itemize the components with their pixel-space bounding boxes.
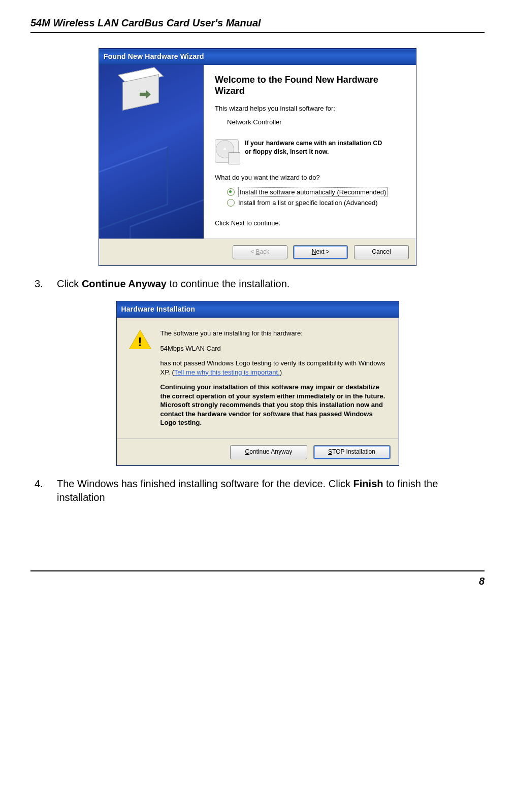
radio-install-automatically[interactable]: Install the software automatically (Reco… — [227, 187, 406, 197]
wizard-question: What do you want the wizard to do? — [215, 173, 406, 182]
wizard-footer: < Back Next > Cancel — [99, 239, 416, 265]
found-new-hardware-wizard-window: Found New Hardware Wizard Welcome to the… — [99, 48, 416, 266]
hardware-installation-dialog: Hardware Installation ! The software you… — [116, 301, 399, 466]
wizard-titlebar: Found New Hardware Wizard — [99, 49, 416, 65]
warning-triangle-icon: ! — [129, 330, 151, 350]
dialog-line1: The software you are installing for this… — [160, 329, 385, 338]
page-number: 8 — [30, 574, 485, 588]
wizard-device-name: Network Controller — [227, 118, 406, 127]
next-button[interactable]: Next > — [293, 245, 348, 259]
wizard-continue-line: Click Next to continue. — [215, 219, 406, 228]
install-box-icon — [122, 74, 168, 115]
step-3: 3. Click Continue Anyway to continue the… — [35, 277, 485, 291]
dialog-device: 54Mbps WLAN Card — [160, 344, 385, 353]
cd-instruction: If your hardware came with an installati… — [245, 139, 382, 156]
wizard-side-graphic — [99, 65, 204, 239]
step-number: 3. — [35, 277, 57, 291]
step-text: Click Continue Anyway to continue the in… — [57, 277, 485, 291]
tell-me-why-link[interactable]: Tell me why this testing is important. — [174, 368, 280, 376]
radio-icon — [227, 188, 235, 196]
continue-anyway-button[interactable]: Continue Anyway — [230, 445, 307, 459]
stop-installation-button[interactable]: STOP Installation — [313, 445, 391, 459]
doc-header: 54M Wireless LAN CardBus Card User's Man… — [30, 17, 485, 29]
dialog-compat: has not passed Windows Logo testing to v… — [160, 359, 385, 377]
wizard-main-panel: Welcome to the Found New Hardware Wizard… — [204, 65, 416, 239]
radio-icon — [227, 199, 235, 207]
dialog-text: The software you are installing for this… — [160, 329, 385, 433]
footer-rule — [30, 570, 485, 571]
radio-label-auto: Install the software automatically (Reco… — [238, 187, 388, 197]
cd-disk-icon — [215, 139, 239, 163]
radio-label-list: Install from a list or specific location… — [238, 198, 378, 208]
wizard-heading: Welcome to the Found New Hardware Wizard — [215, 74, 406, 97]
dialog-footer: Continue Anyway STOP Installation — [117, 438, 399, 465]
header-rule — [30, 32, 485, 33]
cancel-button[interactable]: Cancel — [354, 245, 409, 259]
wizard-intro: This wizard helps you install software f… — [215, 104, 406, 113]
step-number: 4. — [35, 477, 57, 504]
step-text: The Windows has finished installing soft… — [57, 477, 485, 504]
dialog-titlebar: Hardware Installation — [117, 301, 399, 318]
radio-install-from-list[interactable]: Install from a list or specific location… — [227, 198, 406, 208]
back-button: < Back — [233, 245, 287, 259]
step-4: 4. The Windows has finished installing s… — [35, 477, 485, 504]
dialog-warning-paragraph: Continuing your installation of this sof… — [160, 383, 385, 427]
